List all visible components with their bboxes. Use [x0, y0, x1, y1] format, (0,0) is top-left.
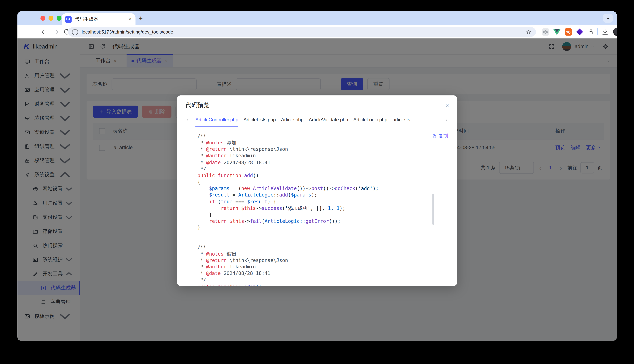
extensions-puzzle-icon[interactable] — [587, 28, 594, 36]
tabs-scroll-right-icon[interactable] — [444, 117, 449, 122]
browser-toolbar: i localhost:5173/admin/setting/dev_tools… — [17, 25, 617, 38]
tab-close-icon[interactable]: × — [128, 16, 132, 22]
back-button[interactable] — [40, 28, 48, 36]
code-line-21: * @author likeadmin — [197, 264, 441, 270]
code-line-16 — [197, 231, 441, 238]
diamond-extension-icon[interactable] — [576, 28, 583, 36]
file-tab-article-ts[interactable]: article.ts — [392, 117, 410, 126]
file-tab-ArticleController-php[interactable]: ArticleController.php — [195, 117, 238, 126]
sq-extension-icon[interactable]: SQ — [564, 28, 572, 36]
favicon: LA — [65, 16, 72, 22]
code-line-20: * @return \think\response\Json — [197, 257, 441, 264]
download-icon[interactable] — [601, 28, 609, 36]
browser-tab-title: 代码生成器 — [75, 16, 128, 22]
address-bar[interactable]: i localhost:5173/admin/setting/dev_tools… — [68, 27, 536, 37]
code-view[interactable]: /** * @notes 添加 * @return \think\respons… — [177, 130, 457, 286]
file-tab-ArticleValidate-php[interactable]: ArticleValidate.php — [309, 117, 348, 126]
forward-button[interactable] — [51, 28, 60, 36]
screen: LA 代码生成器 × + i localhost:5173/admin/sett… — [0, 0, 634, 364]
code-line-10: $result = ArticleLogic::add($params); — [197, 192, 441, 198]
code-line-13: } — [197, 212, 441, 218]
code-line-1: /** — [197, 133, 441, 140]
vue-devtools-icon[interactable] — [553, 28, 561, 36]
code-line-11: if (true === $result) { — [197, 198, 441, 205]
code-line-5: * @date 2024/08/28 18:41 — [197, 159, 441, 166]
tabs-scroll-left-icon[interactable] — [185, 117, 190, 122]
code-preview-dialog: 代码预览 × ArticleController.phpArticleLists… — [177, 96, 457, 286]
code-line-2: * @notes 添加 — [197, 140, 441, 146]
browser-window: LA 代码生成器 × + i localhost:5173/admin/sett… — [17, 12, 617, 341]
code-line-7: public function add() — [197, 172, 441, 179]
file-tab-Article-php[interactable]: Article.php — [281, 117, 304, 126]
code-line-4: * @author likeadmin — [197, 153, 441, 159]
url-text[interactable]: localhost:5173/admin/setting/dev_tools/c… — [82, 30, 526, 34]
macos-zoom-button[interactable] — [57, 16, 62, 20]
copy-button[interactable]: 复制 — [432, 132, 448, 140]
code-line-23: */ — [197, 277, 441, 283]
code-line-24: public function edit() — [197, 283, 441, 286]
chevron-down-icon — [605, 16, 610, 21]
code-line-19: * @notes 编辑 — [197, 250, 441, 257]
code-line-22: * @date 2024/08/28 18:41 — [197, 270, 441, 277]
macos-close-button[interactable] — [40, 16, 45, 20]
file-tab-ArticleLogic-php[interactable]: ArticleLogic.php — [353, 117, 387, 126]
browser-tab[interactable]: LA 代码生成器 × — [62, 14, 136, 25]
code-line-14: return $this->fail(ArticleLogic::getErro… — [197, 218, 441, 224]
bookmark-star-icon[interactable] — [526, 29, 532, 35]
file-tab-ArticleLists-php[interactable]: ArticleLists.php — [244, 117, 276, 126]
code-line-12: return $this->success('添加成功', [], 1, 1); — [197, 205, 441, 212]
code-line-9: $params = (new ArticleValidate())->post(… — [197, 185, 441, 192]
app-viewport: K likeadmin 工作台用户管理应用管理财务管理装修管理渠道设置组织管理权… — [17, 38, 617, 341]
browser-profile-avatar[interactable] — [613, 28, 617, 36]
file-tab-bar: ArticleController.phpArticleLists.phpArt… — [185, 116, 449, 127]
scrollbar-thumb[interactable] — [432, 194, 434, 225]
dialog-title: 代码预览 — [185, 102, 446, 109]
code-line-6: */ — [197, 166, 441, 172]
site-info-icon[interactable]: i — [72, 29, 78, 35]
code-line-3: * @return \think\response\Json — [197, 146, 441, 153]
tab-search-button[interactable] — [603, 14, 613, 22]
code-line-8: { — [197, 179, 441, 185]
macos-minimize-button[interactable] — [48, 16, 53, 20]
code-line-18: /** — [197, 244, 441, 250]
code-line-15: } — [197, 224, 441, 231]
browser-tabstrip: LA 代码生成器 × + — [17, 12, 617, 25]
new-tab-button[interactable]: + — [139, 14, 143, 22]
dialog-close-icon[interactable]: × — [446, 102, 449, 108]
code-line-17 — [197, 238, 441, 244]
react-devtools-icon[interactable] — [542, 28, 549, 36]
copy-icon — [432, 134, 437, 138]
